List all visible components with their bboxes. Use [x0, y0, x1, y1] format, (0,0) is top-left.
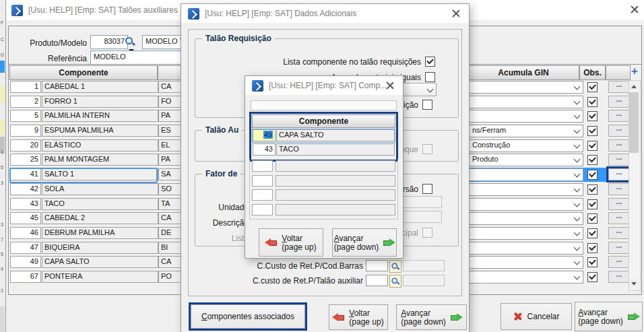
obs-checkbox[interactable]: [587, 141, 598, 151]
component-row[interactable]: 43TACO: [252, 143, 395, 157]
component-number-cell[interactable]: 20: [10, 139, 41, 152]
acumula-gin-select[interactable]: [469, 183, 583, 196]
component-number-cell[interactable]: 9: [10, 125, 41, 137]
dados-adicionais-titlebar[interactable]: [Usu: HELP] [Emp: SAT] Dados Adicionais: [181, 4, 469, 23]
component-number-cell[interactable]: 43: [253, 143, 276, 156]
obs-detail-button[interactable]: ...: [608, 227, 630, 239]
empty-number-cell[interactable]: [252, 160, 273, 172]
obs-checkbox[interactable]: [587, 97, 598, 107]
close-icon[interactable]: [451, 9, 461, 18]
obs-checkbox[interactable]: [587, 155, 598, 165]
close-icon[interactable]: [630, 5, 639, 14]
obs-checkbox[interactable]: [587, 228, 598, 238]
obs-checkbox[interactable]: [587, 126, 598, 136]
ccusto-codbarras-input[interactable]: [366, 260, 388, 271]
close-icon[interactable]: [385, 81, 395, 90]
component-name-cell[interactable]: SOLA: [42, 183, 158, 195]
checkbox[interactable]: [425, 72, 435, 82]
acumula-gin-select[interactable]: [469, 81, 583, 94]
componentes-titlebar[interactable]: [Usu: HELP] [Emp: SAT] Comp...: [245, 76, 403, 95]
component-number-cell[interactable]: 25: [10, 154, 41, 166]
next-page-button[interactable]: Avançar (page down): [396, 304, 467, 330]
empty-name-cell[interactable]: [276, 204, 395, 215]
obs-checkbox[interactable]: [587, 185, 598, 195]
search-icon[interactable]: [125, 36, 135, 47]
acumula-gin-select[interactable]: [469, 198, 583, 211]
add-icon[interactable]: +: [631, 65, 638, 78]
component-name-cell[interactable]: ELÁSTICO: [42, 139, 158, 152]
produto-code-field[interactable]: 83037: [90, 35, 128, 49]
checkbox[interactable]: [425, 57, 435, 67]
column-header-acumula-gin[interactable]: Acumula GIN: [468, 65, 579, 80]
search-icon[interactable]: [389, 275, 401, 288]
empty-row[interactable]: [250, 174, 397, 189]
obs-checkbox[interactable]: [587, 82, 598, 92]
component-number-cell[interactable]: 49: [253, 129, 276, 141]
component-name-cell[interactable]: BIQUEIRA: [42, 242, 158, 254]
component-number-cell[interactable]: 43: [10, 198, 41, 210]
obs-checkbox[interactable]: [587, 257, 598, 267]
component-number-cell[interactable]: 46: [10, 227, 41, 239]
obs-detail-button[interactable]: ...: [608, 212, 630, 224]
column-header-detail[interactable]: [606, 65, 631, 80]
componentes-associados-button[interactable]: Componentes associados: [191, 304, 305, 329]
obs-detail-button[interactable]: ...: [608, 271, 630, 283]
component-row[interactable]: 49CAPA SALTO: [252, 129, 395, 143]
scroll-down-icon[interactable]: [629, 278, 639, 289]
component-number-cell[interactable]: 5: [10, 110, 41, 122]
acumula-gin-select[interactable]: [469, 96, 583, 108]
acumula-gin-select[interactable]: [469, 110, 583, 123]
back-page-button[interactable]: Voltar (page up): [259, 228, 323, 257]
acumula-gin-select[interactable]: [469, 271, 583, 284]
component-number-cell[interactable]: 1: [10, 81, 41, 93]
checkbox[interactable]: [422, 100, 432, 110]
obs-detail-button[interactable]: ...: [608, 139, 630, 152]
obs-detail-button[interactable]: ...: [608, 168, 630, 180]
component-number-cell[interactable]: 67: [10, 271, 41, 283]
obs-detail-button[interactable]: ...: [608, 256, 630, 268]
obs-checkbox[interactable]: [587, 111, 598, 121]
empty-number-cell[interactable]: [252, 189, 273, 201]
acumula-gin-select[interactable]: [469, 227, 583, 240]
acumula-gin-select[interactable]: Construção: [469, 139, 583, 152]
obs-checkbox[interactable]: [587, 199, 598, 209]
obs-checkbox[interactable]: [587, 170, 598, 180]
obs-checkbox[interactable]: [587, 213, 598, 224]
component-number-cell[interactable]: 2: [10, 96, 41, 108]
empty-name-cell[interactable]: [276, 175, 395, 187]
cancel-button[interactable]: Cancelar: [501, 303, 572, 330]
obs-detail-button[interactable]: ...: [608, 198, 630, 210]
column-header-componente[interactable]: Componente: [9, 65, 158, 80]
scrollbar-thumb[interactable]: [629, 92, 639, 153]
acumula-gin-select[interactable]: ns/Ferram: [469, 125, 583, 137]
column-header-obs[interactable]: Obs.: [579, 65, 606, 80]
acumula-gin-select[interactable]: [469, 168, 583, 181]
obs-detail-button[interactable]: ...: [608, 183, 630, 195]
acumula-gin-select[interactable]: [469, 212, 583, 225]
acumula-gin-select[interactable]: [469, 256, 583, 269]
obs-detail-button[interactable]: ...: [608, 96, 630, 108]
component-name-cell[interactable]: CAPA SALTO: [42, 256, 158, 268]
empty-number-cell[interactable]: [252, 175, 273, 187]
scroll-up-icon[interactable]: [629, 81, 639, 92]
search-icon[interactable]: [389, 260, 401, 273]
checkbox[interactable]: [422, 184, 432, 194]
component-name-cell[interactable]: CABEDAL 1: [42, 81, 158, 93]
table-scrollbar[interactable]: [629, 80, 641, 291]
next-page-button[interactable]: Avançar (page down): [575, 302, 643, 331]
obs-detail-button[interactable]: ...: [608, 242, 630, 254]
next-page-button[interactable]: Avançar (page down): [332, 228, 397, 257]
empty-name-cell[interactable]: [276, 160, 395, 172]
back-page-button[interactable]: Voltar (page up): [329, 304, 388, 330]
component-name-cell[interactable]: CABEDAL 2: [42, 212, 158, 224]
empty-row[interactable]: [250, 160, 397, 174]
component-name-cell[interactable]: CAPA SALTO: [276, 129, 395, 141]
component-number-cell[interactable]: 47: [10, 242, 41, 254]
obs-detail-button[interactable]: ...: [608, 81, 630, 93]
checkbox-lista-componente[interactable]: Lista componente no talão requisições: [283, 57, 435, 67]
component-name-cell[interactable]: PALM MONTAGEM: [42, 154, 158, 166]
obs-detail-button[interactable]: ...: [608, 125, 630, 137]
obs-detail-button[interactable]: ...: [608, 154, 630, 166]
obs-checkbox[interactable]: [587, 243, 598, 253]
acumula-gin-select[interactable]: Produto: [469, 154, 583, 166]
